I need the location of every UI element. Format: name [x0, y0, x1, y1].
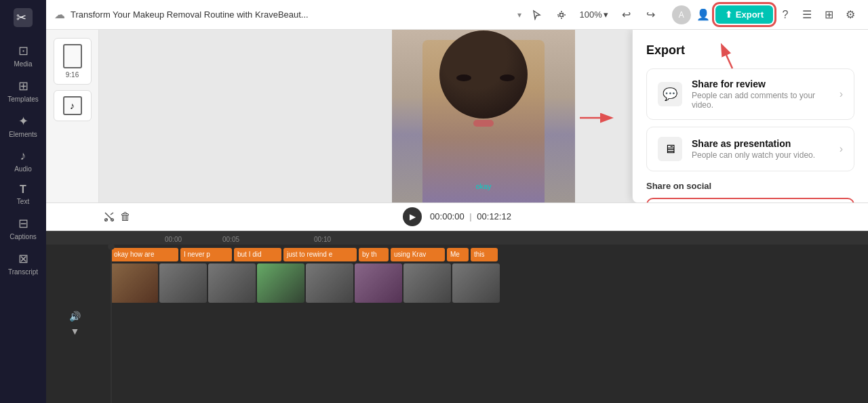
main-area: ☁ Transform Your Makeup Removal Routine …: [46, 0, 868, 403]
video-thumb-4[interactable]: [306, 263, 353, 303]
app-logo[interactable]: ✂: [11, 5, 35, 30]
sidebar-label-templates: Templates: [7, 96, 39, 103]
subtitle-chip-7[interactable]: this: [471, 248, 498, 261]
play-button[interactable]: ▶: [403, 207, 422, 226]
topbar: ☁ Transform Your Makeup Removal Routine …: [46, 0, 868, 30]
sidebar-item-templates[interactable]: ⊞ Templates: [0, 73, 46, 108]
video-subtitle-text: okay: [475, 182, 491, 190]
video-thumb-0[interactable]: [111, 263, 158, 303]
delete-button[interactable]: 🗑: [120, 211, 131, 223]
timeline-ruler: 00:00 00:05 00:10: [46, 231, 868, 245]
elements-icon: ✦: [18, 114, 28, 129]
sidebar-label-elements: Elements: [9, 131, 37, 138]
media-icon: ⊡: [18, 43, 28, 58]
share-social-label: Share on social: [646, 181, 854, 191]
video-thumb-2[interactable]: [208, 263, 256, 303]
clips-area: okay how are I never p but I did just to…: [104, 247, 868, 401]
share-presentation-subtitle: People can only watch your video.: [692, 150, 830, 160]
sidebar-item-elements[interactable]: ✦ Elements: [0, 108, 46, 144]
subtitle-chip-1[interactable]: I never p: [180, 248, 232, 261]
sidebar-item-captions[interactable]: ⊟ Captions: [0, 211, 46, 246]
share-review-icon: 💬: [658, 82, 682, 106]
share-presentation-card[interactable]: 🖥 Share as presentation People can only …: [646, 127, 854, 171]
timeline-left-tools: 🗑: [104, 211, 131, 223]
share-presentation-title: Share as presentation: [692, 138, 830, 149]
timeline-track[interactable]: 00:00 00:05 00:10 🔊 ▼ okay how are I nev…: [46, 231, 868, 404]
share-review-title: Share for review: [692, 79, 830, 89]
user-avatar[interactable]: A: [672, 5, 691, 24]
cloud-icon: ☁: [54, 8, 65, 21]
sidebar-label-audio: Audio: [14, 165, 32, 173]
time-sep: |: [469, 211, 474, 221]
subtitle-chip-2[interactable]: but I did: [234, 248, 281, 261]
subtitle-chip-4[interactable]: by th: [359, 248, 389, 261]
settings-button[interactable]: ⚙: [841, 5, 860, 24]
sidebar-label-captions: Captions: [9, 233, 36, 240]
export-label: Export: [736, 9, 764, 20]
menu-button[interactable]: ☰: [797, 5, 816, 24]
select-tool-button[interactable]: [527, 5, 547, 25]
sidebar-label-text: Text: [17, 198, 29, 205]
sidebar-item-transcript[interactable]: ⊠ Transcript: [0, 246, 46, 281]
export-icon: ⬆: [725, 9, 732, 20]
export-panel-title: Export: [646, 43, 854, 58]
pan-tool-button[interactable]: [551, 5, 572, 25]
video-thumb-3[interactable]: [257, 263, 304, 303]
help-button[interactable]: ?: [776, 5, 795, 24]
timeline-controls: 🗑 ▶ 00:00:00 | 00:12:12: [46, 203, 868, 231]
subtitle-chip-0[interactable]: okay how are: [111, 248, 178, 261]
subtitle-track: okay how are I never p but I did just to…: [111, 247, 868, 262]
zoom-control[interactable]: 100% ▾: [576, 7, 612, 22]
video-thumb-7[interactable]: [452, 263, 500, 303]
export-button[interactable]: ⬆ Export: [715, 5, 773, 24]
share-review-subtitle: People can add comments to your video.: [692, 91, 830, 110]
video-canvas: okay: [392, 30, 575, 203]
ruler-mark-5: 00:05: [222, 236, 239, 243]
tiktok-icon: ♪: [63, 96, 82, 115]
sidebar-label-transcript: Transcript: [8, 268, 38, 276]
social-grid: TikTok TikTok AdsManager: [646, 198, 854, 203]
video-thumb-5[interactable]: [355, 263, 402, 303]
share-review-text: Share for review People can add comments…: [692, 79, 830, 110]
text-icon: T: [20, 184, 26, 196]
toolbar-tools: 100% ▾ ↩ ↪: [527, 5, 661, 25]
video-track: [111, 263, 868, 304]
time-current: 00:00:00 | 00:12:12: [430, 211, 511, 221]
timeline-content: 🔊 ▼ okay how are I never p but I did jus…: [46, 245, 868, 404]
tiktok-format-card[interactable]: ♪: [54, 90, 92, 121]
layout-button[interactable]: ⊞: [819, 5, 838, 24]
video-thumb-1[interactable]: [159, 263, 207, 303]
sidebar-item-audio[interactable]: ♪ Audio: [0, 144, 46, 178]
video-thumb-6[interactable]: [403, 263, 451, 303]
sidebar: ✂ ⊡ Media ⊞ Templates ✦ Elements ♪ Audio…: [0, 0, 46, 403]
project-title: Transform Your Makeup Removal Routine wi…: [71, 9, 512, 20]
sidebar-item-media[interactable]: ⊡ Media: [0, 38, 46, 73]
audio-icon: ♪: [20, 149, 26, 163]
export-panel: Export 💬 Share for review People can add…: [632, 30, 868, 203]
subtitle-chip-3[interactable]: just to rewind e: [283, 248, 357, 261]
subtitle-chip-6[interactable]: Me: [447, 248, 469, 261]
expand-button[interactable]: ▼: [71, 326, 80, 337]
aspect-ratio-visual: [63, 44, 82, 68]
title-chevron[interactable]: ▾: [517, 10, 521, 20]
aspect-ratio-card[interactable]: 9:16: [54, 38, 92, 85]
topbar-right-icons: A 👤 ⬆ Export ? ☰ ⊞ ⚙: [672, 5, 860, 24]
playhead[interactable]: [111, 245, 112, 404]
format-panel: 9:16 ♪: [46, 30, 99, 203]
subtitle-chip-5[interactable]: using Krav: [391, 248, 445, 261]
zoom-value: 100%: [580, 9, 602, 20]
sidebar-item-text[interactable]: T Text: [0, 178, 46, 211]
person-icon-button[interactable]: 👤: [694, 5, 713, 24]
svg-text:✂: ✂: [16, 11, 26, 24]
share-review-card[interactable]: 💬 Share for review People can add commen…: [646, 68, 854, 120]
sidebar-label-media: Media: [14, 60, 32, 68]
transcript-icon: ⊠: [18, 251, 28, 266]
video-frame: [392, 30, 575, 203]
share-presentation-text: Share as presentation People can only wa…: [692, 138, 830, 160]
zoom-chevron: ▾: [604, 9, 608, 20]
undo-button[interactable]: ↩: [616, 5, 637, 25]
cut-button[interactable]: [104, 211, 115, 222]
volume-button[interactable]: 🔊: [69, 311, 81, 322]
timeline-sidebar: 🔊 ▼: [46, 245, 104, 404]
redo-button[interactable]: ↪: [641, 5, 661, 25]
